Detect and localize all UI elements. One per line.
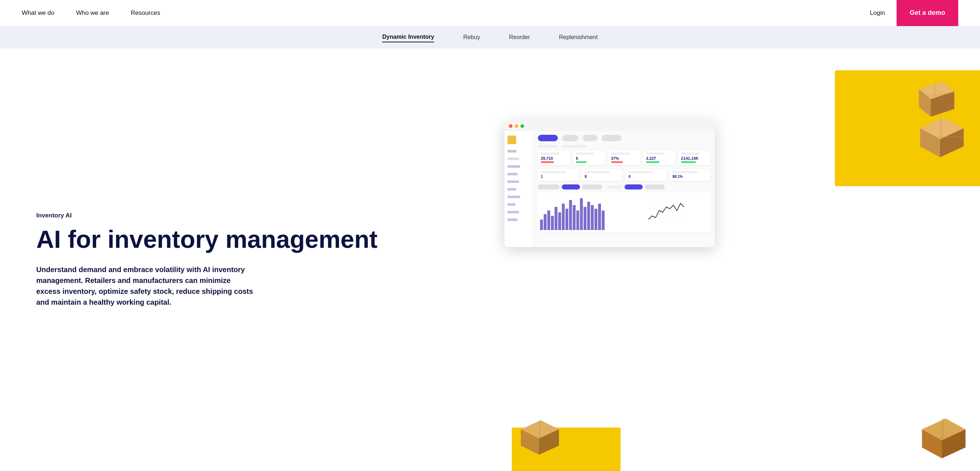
- subnav-item-replenishment[interactable]: Replenishment: [559, 33, 598, 42]
- sidebar-label-2: [508, 158, 519, 160]
- line-chart-area: [624, 195, 708, 230]
- sidebar-label-5: [508, 181, 519, 183]
- stat-card-2-2: 8: [582, 169, 623, 181]
- hero-content: Inventory AI AI for inventory management…: [0, 49, 490, 471]
- dot-green: [520, 124, 524, 128]
- sidebar-label-7: [508, 196, 520, 198]
- stat-card-5: £141,14K: [678, 151, 711, 165]
- logo-icon: [508, 135, 516, 144]
- sidebar-label-4: [508, 173, 517, 175]
- mockup-titlebar: [504, 121, 715, 131]
- subnav-item-dynamic-inventory[interactable]: Dynamic Inventory: [382, 32, 434, 43]
- sidebar-label-6: [508, 188, 517, 190]
- nav-link-what-we-do[interactable]: What we do: [22, 10, 54, 17]
- mockup-main: 29,710 6 37%: [533, 131, 715, 247]
- box-floating-4: [515, 413, 566, 460]
- stats-row-2: 1 8 0 98.1%: [538, 169, 711, 181]
- stat-card-3: 37%: [608, 151, 641, 165]
- stat-label-5: [681, 152, 700, 155]
- get-demo-button[interactable]: Get a demo: [897, 0, 958, 26]
- stat-card-2: 6: [573, 151, 605, 165]
- stat-card-2-4: 98.1%: [670, 169, 711, 181]
- subnav-item-rebuy[interactable]: Rebuy: [463, 33, 480, 42]
- sidebar-label-8: [508, 203, 515, 206]
- stat-label-2: [576, 152, 595, 155]
- stat-card-2-1: 1: [538, 169, 579, 181]
- login-link[interactable]: Login: [870, 10, 885, 17]
- mockup-logo: [508, 135, 530, 144]
- dot-red: [509, 124, 512, 128]
- subnav-item-reorder[interactable]: Reorder: [509, 33, 530, 42]
- bar-chart: [540, 195, 624, 230]
- stat-label-2-3: [628, 171, 653, 173]
- stat-label-3: [611, 152, 630, 155]
- mockup-sidebar: [504, 131, 533, 247]
- mockup-body: 29,710 6 37%: [504, 131, 715, 247]
- sidebar-label-3: [508, 165, 520, 168]
- tab-service-levels: [602, 135, 622, 141]
- stat-label-2-1: [541, 171, 565, 173]
- stat-card-4: 2,227: [643, 151, 675, 165]
- sidebar-label-1: [508, 150, 517, 152]
- tab-inventory: [562, 135, 579, 141]
- hero-section: Inventory AI AI for inventory management…: [0, 49, 980, 471]
- box-floating-2: [915, 110, 969, 161]
- subnav: Dynamic Inventory Rebuy Reorder Replenis…: [0, 26, 980, 49]
- nav-left: What we do Who we are Resources: [22, 10, 160, 17]
- stats-row-1: 29,710 6 37%: [538, 151, 711, 165]
- nav-link-resources[interactable]: Resources: [130, 10, 160, 17]
- hero-visual: 29,710 6 37%: [490, 49, 980, 471]
- tab-reorder: [583, 135, 597, 141]
- stat-card-2-3: 0: [626, 169, 667, 181]
- stat-card-1: 29,710: [538, 151, 570, 165]
- stat-label-4: [646, 152, 665, 155]
- mockup-tabs: [538, 135, 711, 141]
- hero-description: Understand demand and embrace volatility…: [36, 264, 254, 308]
- dot-yellow: [515, 124, 518, 128]
- hero-label: Inventory AI: [36, 212, 468, 219]
- dashboard-mockup: 29,710 6 37%: [504, 121, 715, 247]
- chart-area: [538, 192, 711, 232]
- sidebar-label-9: [508, 211, 519, 213]
- nav-right: Login Get a demo: [870, 0, 958, 26]
- stat-label-2-2: [585, 171, 609, 173]
- navbar: What we do Who we are Resources Login Ge…: [0, 0, 980, 26]
- sidebar-label-10: [508, 219, 517, 221]
- stat-label-1: [541, 152, 559, 155]
- tab-overview: [538, 135, 558, 141]
- nav-link-who-we-are[interactable]: Who we are: [76, 10, 109, 17]
- stat-label-2-4: [673, 171, 697, 173]
- hero-title: AI for inventory management: [36, 227, 468, 252]
- box-floating-3: [915, 409, 973, 464]
